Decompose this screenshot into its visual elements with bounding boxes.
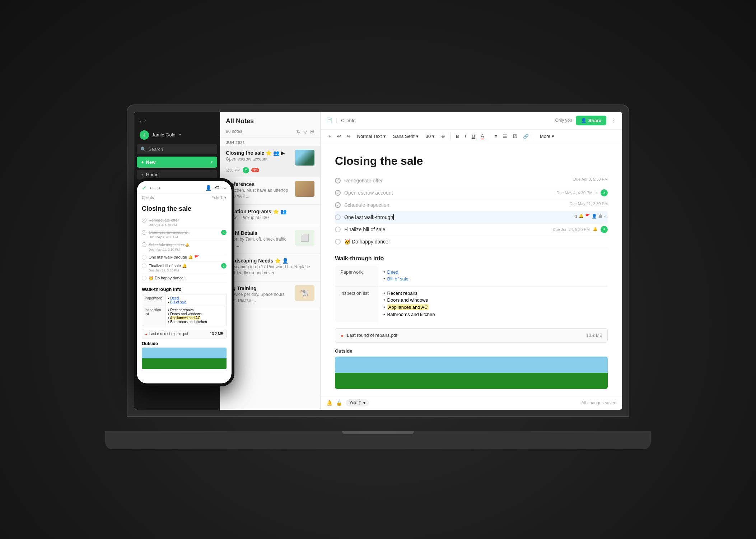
task-walkthrough[interactable]: One last walk-through ⧉ 🔔 🚩 👤 🗑 ··· bbox=[335, 212, 608, 224]
doc-icon: 📄 bbox=[326, 117, 332, 123]
search-bar[interactable]: 🔍 Search bbox=[137, 144, 217, 154]
redo-button[interactable]: ↪ bbox=[345, 132, 353, 140]
list-item-bathrooms: Bathrooms and kitchen bbox=[383, 312, 602, 317]
size-dropdown[interactable]: 30 ▾ bbox=[423, 132, 438, 140]
phone-task-text-2: Open escrow account ≡ bbox=[149, 230, 219, 235]
phone-task-6[interactable]: 🥳 Do happy dance! bbox=[142, 274, 227, 283]
checklist-button[interactable]: ☑ bbox=[511, 132, 519, 140]
pdf-attachment[interactable]: ⬥ Last round of repairs.pdf 13.2 MB bbox=[335, 328, 608, 343]
new-button[interactable]: + New ▾ bbox=[137, 157, 217, 168]
task-checkbox-2[interactable] bbox=[335, 190, 341, 196]
note-item-preferences[interactable]: Preferences al kitchen. Must have an utt… bbox=[220, 177, 320, 205]
italic-button[interactable]: I bbox=[463, 132, 468, 140]
task-checkbox-4[interactable] bbox=[335, 214, 341, 220]
notes-count: 86 notes bbox=[226, 129, 242, 134]
phone-check-icon[interactable]: ✓ bbox=[142, 184, 146, 191]
forward-arrow[interactable]: › bbox=[144, 117, 146, 123]
add-button[interactable]: + bbox=[326, 132, 333, 140]
phone-task-text-6: 🥳 Do happy dance! bbox=[149, 275, 227, 281]
text-style-dropdown[interactable]: Normal Text ▾ bbox=[354, 132, 389, 140]
link-button[interactable]: 🔗 bbox=[521, 132, 531, 140]
lock-bottombar-icon[interactable]: 🔒 bbox=[336, 400, 342, 406]
phone-task-3[interactable]: Schedule inspection 🔔 Due May 21, 2:30 P… bbox=[142, 241, 227, 253]
phone-more-icon[interactable]: ··· bbox=[222, 185, 227, 191]
size-chevron-icon: ▾ bbox=[432, 134, 435, 139]
phone-checkbox-3[interactable] bbox=[142, 242, 146, 247]
bell-bottombar-icon[interactable]: 🔔 bbox=[326, 400, 332, 406]
task-checkbox-1[interactable] bbox=[335, 178, 341, 183]
user-tag[interactable]: Yuki T. ▾ bbox=[346, 399, 369, 406]
more-dropdown[interactable]: More ▾ bbox=[537, 132, 557, 140]
assignee-5: J bbox=[601, 226, 608, 233]
editor-panel: 📄 | Clients Only you 👤 Share ⋮ bbox=[321, 112, 622, 410]
deed-link[interactable]: Deed bbox=[387, 269, 398, 275]
more-task-icon[interactable]: ··· bbox=[604, 214, 608, 219]
separator3 bbox=[534, 133, 534, 140]
avatar: J bbox=[140, 130, 149, 140]
phone-redo-icon[interactable]: ↪ bbox=[157, 185, 161, 191]
note-item-flight[interactable]: Flight Details Airport by 7am. oft, chec… bbox=[220, 226, 320, 254]
breadcrumb: Clients bbox=[341, 118, 355, 123]
phone-task-4[interactable]: One last walk-through 🔔 🚩 bbox=[142, 253, 227, 261]
phone-checkbox-6[interactable] bbox=[142, 276, 146, 280]
undo-button[interactable]: ↩ bbox=[335, 132, 343, 140]
phone-deed-link[interactable]: Deed bbox=[170, 296, 179, 300]
note-item-landscaping[interactable]: Landscaping Needs ⭐ 👤 landscaping to-do … bbox=[220, 254, 320, 282]
size-label: 30 bbox=[426, 134, 431, 139]
user-tag-name: Yuki T. bbox=[349, 400, 362, 405]
phone-task-2[interactable]: Open escrow account ≡ Due May 4, 4:30 PM… bbox=[142, 228, 227, 241]
filter-icon[interactable]: ▽ bbox=[303, 129, 307, 134]
more-menu-icon[interactable]: ⋮ bbox=[610, 116, 616, 124]
text-style-label: Normal Text bbox=[357, 134, 382, 139]
trash-icon[interactable]: 🗑 bbox=[598, 214, 603, 219]
phone-breadcrumb: Clients Yuki T. ▾ bbox=[137, 194, 232, 201]
share-button[interactable]: 👤 Share bbox=[576, 116, 606, 125]
task-inspection[interactable]: Schedule inspection Due May 21, 2:30 PM bbox=[335, 199, 608, 212]
phone-breadcrumb-left: Clients bbox=[142, 195, 154, 200]
underline-button[interactable]: U bbox=[470, 132, 477, 140]
phone-pdf-attachment[interactable]: ⬥ Last round of repairs.pdf 13.2 MB bbox=[142, 329, 227, 339]
more-label: More bbox=[540, 134, 551, 139]
note-item-vacation[interactable]: Vacation Programs ⭐ 👥 dance - Pickup at … bbox=[220, 205, 320, 226]
phone-content[interactable]: Closing the sale Renegotiate offer Due A… bbox=[137, 201, 232, 383]
note-item-closing-sale[interactable]: Closing the sale ⭐ 👥 ▶ Open escrow accou… bbox=[220, 146, 320, 177]
phone-checkbox-1[interactable] bbox=[142, 218, 146, 222]
task-checkbox-6[interactable] bbox=[335, 239, 341, 245]
bullets-button[interactable]: ≡ bbox=[492, 132, 499, 140]
editor-content[interactable]: Closing the sale Renegotiate offer Due A… bbox=[321, 143, 622, 396]
font-dropdown[interactable]: Sans Serif ▾ bbox=[390, 132, 421, 140]
bill-of-sale-link[interactable]: Bill of sale bbox=[387, 276, 409, 282]
grid-icon[interactable]: ⊞ bbox=[310, 129, 314, 134]
due-date-5: Due Jun 24, 5:30 PM bbox=[553, 227, 590, 232]
phone-undo-icon[interactable]: ↩ bbox=[149, 185, 154, 191]
task-bill[interactable]: Finalize bill of sale Due Jun 24, 5:30 P… bbox=[335, 224, 608, 236]
person-icon[interactable]: 👤 bbox=[592, 214, 597, 219]
phone-outside-label: Outside bbox=[142, 341, 227, 346]
task-escrow[interactable]: Open escrow account Due May 4, 4:30 PM ≡… bbox=[335, 187, 608, 199]
phone-task-1[interactable]: Renegotiate offer Due Apr 3, 5:30 PM bbox=[142, 216, 227, 228]
phone-task-5[interactable]: Finalize bill of sale 🔔 Due Jun 24, 5:30… bbox=[142, 262, 227, 274]
add-element-btn[interactable]: ⊕ bbox=[439, 132, 447, 140]
sort-icon[interactable]: ⇅ bbox=[296, 129, 300, 134]
note-item-dog[interactable]: Dog Training out twice per day. Space ho… bbox=[220, 282, 320, 309]
numbered-list-button[interactable]: ☰ bbox=[501, 132, 509, 140]
phone-checkbox-4[interactable] bbox=[142, 255, 146, 259]
copy-icon[interactable]: ⧉ bbox=[574, 214, 577, 219]
flag-icon[interactable]: 🚩 bbox=[585, 214, 590, 218]
back-arrow[interactable]: ‹ bbox=[140, 117, 141, 123]
task-dance[interactable]: 🥳 Do happy dance! bbox=[335, 236, 608, 248]
phone-tag-icon[interactable]: 🏷 bbox=[214, 185, 219, 191]
user-profile[interactable]: J Jamie Gold ▾ bbox=[137, 128, 217, 142]
task-renegotiate[interactable]: Renegotiate offer Due Apr 3, 5:30 PM bbox=[335, 175, 608, 187]
phone-checkbox-2[interactable] bbox=[142, 230, 146, 235]
new-button-chevron-icon: ▾ bbox=[211, 160, 213, 164]
font-color-button[interactable]: A bbox=[479, 132, 486, 141]
phone-checkbox-5[interactable] bbox=[142, 264, 146, 268]
bold-button[interactable]: B bbox=[453, 132, 461, 140]
task-checkbox-5[interactable] bbox=[335, 227, 341, 232]
bell-icon[interactable]: 🔔 bbox=[579, 214, 584, 218]
phone-person-icon[interactable]: 👤 bbox=[205, 185, 211, 191]
phone-bill-link[interactable]: Bill of sale bbox=[170, 300, 187, 304]
phone-assignee-2: J bbox=[221, 230, 227, 235]
task-checkbox-3[interactable] bbox=[335, 202, 341, 208]
